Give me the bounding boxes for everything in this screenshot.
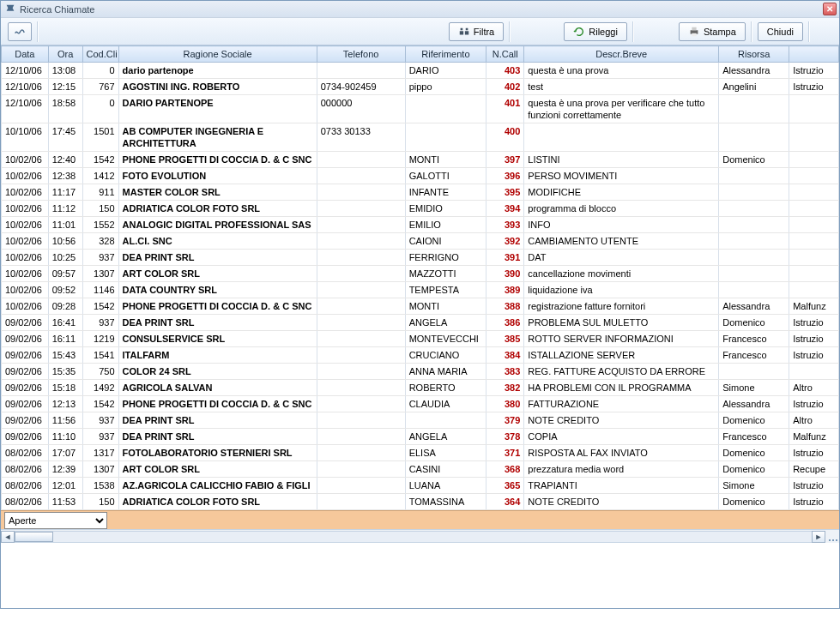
close-button-label: Chiudi [767, 27, 794, 37]
table-row[interactable]: 10/02/0609:281542PHONE PROGETTI DI COCCI… [2, 298, 839, 315]
cell-ragione: PHONE PROGETTI DI COCCIA D. & C SNC [118, 152, 317, 168]
cell-descr: NOTE CREDITO [524, 412, 719, 429]
cell-extra [789, 152, 839, 168]
cell-data: 09/02/06 [2, 412, 49, 429]
cell-ora: 11:56 [48, 412, 82, 429]
cell-descr: questa è una prova [524, 63, 719, 79]
col-risorsa[interactable]: Risorsa [719, 46, 789, 63]
col-telefono[interactable]: Telefono [317, 46, 405, 63]
table-row[interactable]: 10/02/0612:401542PHONE PROGETTI DI COCCI… [2, 152, 839, 168]
cell-ora: 13:08 [48, 63, 82, 79]
table-row[interactable]: 10/10/0617:451501AB COMPUTER INGEGNERIA … [2, 123, 839, 152]
table-row[interactable]: 09/02/0615:35750COLOR 24 SRLANNA MARIA38… [2, 364, 839, 380]
cell-descr: COPIA [524, 429, 719, 445]
resize-grip[interactable] [825, 531, 839, 543]
cell-descr: RISPOSTA AL FAX INVIATO [524, 445, 719, 461]
cell-data: 08/02/06 [2, 461, 49, 478]
cell-descr: MODIFICHE [524, 184, 719, 201]
cell-telefono [317, 282, 405, 298]
scroll-left-arrow[interactable]: ◄ [1, 531, 15, 543]
cell-data: 09/02/06 [2, 364, 49, 380]
cell-ora: 12:40 [48, 152, 82, 168]
window-close-button[interactable]: ✕ [823, 3, 837, 15]
col-ora[interactable]: Ora [48, 46, 82, 63]
table-row[interactable]: 08/02/0612:391307ART COLOR SRLCASINI368p… [2, 461, 839, 478]
cell-riferimento: GALOTTI [405, 168, 486, 184]
scroll-track[interactable] [15, 531, 812, 543]
col-descr[interactable]: Descr.Breve [524, 46, 719, 63]
table-row[interactable]: 10/02/0611:011552ANALOGIC DIGITAL PROFES… [2, 217, 839, 233]
table-row[interactable]: 09/02/0615:181492AGRICOLA SALVANROBERTO3… [2, 380, 839, 396]
table-row[interactable]: 08/02/0611:53150ADRIATICA COLOR FOTO SRL… [2, 494, 839, 510]
grid-container: Data Ora Cod.Cli Ragione Sociale Telefon… [1, 45, 839, 608]
col-ncall[interactable]: N.Call [486, 46, 524, 63]
cell-data: 10/02/06 [2, 282, 49, 298]
cell-ncall: 394 [486, 201, 524, 217]
cell-ncall: 392 [486, 233, 524, 250]
cell-extra [789, 233, 839, 250]
scroll-thumb[interactable] [15, 532, 53, 542]
cell-extra: Istruzio [789, 79, 839, 95]
cell-ora: 11:01 [48, 217, 82, 233]
cell-extra [789, 217, 839, 233]
cell-extra [789, 250, 839, 266]
table-row[interactable]: 10/02/0611:17911MASTER COLOR SRLINFANTE3… [2, 184, 839, 201]
table-row[interactable]: 12/10/0613:080dario partenopeDARIO403que… [2, 63, 839, 79]
table-row[interactable]: 10/02/0609:571307ART COLOR SRLMAZZOTTI39… [2, 266, 839, 282]
cell-descr: TRAPIANTI [524, 478, 719, 494]
filter-button[interactable]: Filtra [449, 22, 504, 41]
table-row[interactable]: 09/02/0612:131542PHONE PROGETTI DI COCCI… [2, 396, 839, 412]
cell-ragione: DARIO PARTENOPE [118, 95, 317, 123]
toolbar-action-button[interactable] [8, 22, 32, 41]
cell-data: 10/02/06 [2, 152, 49, 168]
cell-riferimento: CAIONI [405, 233, 486, 250]
table-row[interactable]: 08/02/0612:011538AZ.AGRICOLA CALICCHIO F… [2, 478, 839, 494]
col-riferimento[interactable]: Riferimento [405, 46, 486, 63]
cell-telefono [317, 250, 405, 266]
cell-ora: 12:01 [48, 478, 82, 494]
col-data[interactable]: Data [2, 46, 49, 63]
table-row[interactable]: 09/02/0615:431541ITALFARMCRUCIANO384ISTA… [2, 347, 839, 364]
table-row[interactable]: 12/10/0612:15767AGOSTINI ING. ROBERTO073… [2, 79, 839, 95]
cell-ragione: ADRIATICA COLOR FOTO SRL [118, 201, 317, 217]
cell-risorsa: Alessandra [719, 396, 789, 412]
cell-risorsa: Domenico [719, 445, 789, 461]
table-row[interactable]: 09/02/0611:10937DEA PRINT SRLANGELA378CO… [2, 429, 839, 445]
table-row[interactable]: 08/02/0617:071317FOTOLABORATORIO STERNIE… [2, 445, 839, 461]
cell-extra [789, 201, 839, 217]
cell-ragione: AL.CI. SNC [118, 233, 317, 250]
col-extra[interactable] [789, 46, 839, 63]
cell-codcli: 1542 [82, 298, 118, 315]
cell-ora: 17:45 [48, 123, 82, 152]
filter-select[interactable]: Aperte [4, 512, 107, 529]
cell-ncall: 401 [486, 95, 524, 123]
horizontal-scrollbar[interactable]: ◄ ► [1, 529, 839, 543]
reload-button[interactable]: Rileggi [564, 22, 627, 41]
table-row[interactable]: 10/02/0612:381412FOTO EVOLUTIONGALOTTI39… [2, 168, 839, 184]
table-row[interactable]: 10/02/0610:25937DEA PRINT SRLFERRIGNO391… [2, 250, 839, 266]
cell-ncall: 383 [486, 364, 524, 380]
table-row[interactable]: 10/02/0610:56328AL.CI. SNCCAIONI392CAMBI… [2, 233, 839, 250]
cell-ncall: 364 [486, 494, 524, 510]
toolbar: Filtra Rileggi Stampa Chiudi [1, 18, 839, 45]
col-ragione[interactable]: Ragione Sociale [118, 46, 317, 63]
cell-ncall: 395 [486, 184, 524, 201]
col-codcli[interactable]: Cod.Cli [82, 46, 118, 63]
cell-ora: 12:13 [48, 396, 82, 412]
table-row[interactable]: 09/02/0616:41937DEA PRINT SRLANGELA386PR… [2, 315, 839, 331]
cell-risorsa: Francesco [719, 347, 789, 364]
table-row[interactable]: 09/02/0616:111219CONSULSERVICE SRLMONTEV… [2, 331, 839, 347]
table-row[interactable]: 10/02/0611:12150ADRIATICA COLOR FOTO SRL… [2, 201, 839, 217]
cell-extra: Recupe [789, 461, 839, 478]
table-row[interactable]: 12/10/0618:580DARIO PARTENOPE000000401qu… [2, 95, 839, 123]
table-row[interactable]: 10/02/0609:521146DATA COUNTRY SRLTEMPEST… [2, 282, 839, 298]
cell-descr: FATTURAZIONE [524, 396, 719, 412]
table-row[interactable]: 09/02/0611:56937DEA PRINT SRL379NOTE CRE… [2, 412, 839, 429]
cell-codcli: 1501 [82, 123, 118, 152]
close-button[interactable]: Chiudi [758, 22, 803, 41]
print-button[interactable]: Stampa [679, 22, 746, 41]
cell-risorsa: Simone [719, 478, 789, 494]
cell-ragione: DATA COUNTRY SRL [118, 282, 317, 298]
cell-extra [789, 123, 839, 152]
scroll-right-arrow[interactable]: ► [812, 531, 825, 543]
